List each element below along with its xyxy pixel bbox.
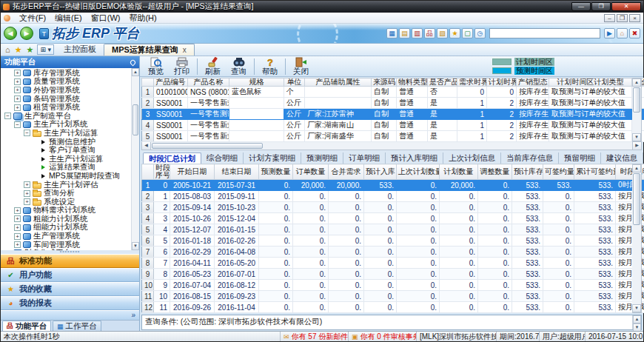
grid-cell[interactable]: 按库存生产	[517, 109, 549, 120]
mdi-close-button[interactable]: ×	[629, 14, 640, 22]
grid-cell[interactable]: 0.	[478, 224, 512, 235]
grid-cell[interactable]: 2016-09-23	[215, 291, 259, 302]
grid-cell[interactable]: 按库存生产	[517, 87, 549, 98]
grid-cell[interactable]: 2015-12-04	[215, 213, 259, 224]
status-audit[interactable]: ▣ 你有 0 件审核事务!	[349, 332, 417, 341]
grid-cell[interactable]: 2005-10-21	[170, 180, 215, 191]
expand-toggle-icon[interactable]: +	[24, 190, 30, 197]
grid-cell[interactable]: 2016-04-08	[215, 247, 259, 258]
grid-cell[interactable]: 0.	[440, 291, 478, 302]
grid-cell[interactable]: 4	[142, 120, 154, 131]
detail-tab-时段汇总计划[interactable]: 时段汇总计划	[143, 152, 201, 164]
grid-cell[interactable]: 普通	[397, 87, 428, 98]
column-header[interactable]: 预测数量	[259, 164, 293, 180]
grid-cell[interactable]: 0.	[478, 269, 512, 280]
sidebar-button-用户功能[interactable]: ✔用户功能	[1, 268, 139, 282]
grid-cell[interactable]: 0.	[329, 302, 364, 313]
expand-toggle-icon[interactable]: +	[14, 224, 21, 231]
grid-cell[interactable]: 2	[487, 109, 517, 120]
grid-cell[interactable]: 0	[154, 180, 170, 191]
table-row[interactable]: 10100100050000NGS (080010005蓝色鼠标个自制普通否00…	[142, 87, 644, 98]
grid-cell[interactable]: 8	[142, 258, 154, 269]
grid-cell[interactable]: 0.	[397, 213, 440, 224]
grid-cell[interactable]: 0.	[259, 247, 293, 258]
grid-cell[interactable]: SS0001	[154, 120, 188, 131]
grid-cell[interactable]: 0.	[478, 302, 512, 313]
scroll-down-icon[interactable]: ▼	[632, 133, 641, 141]
grid-cell[interactable]: 2015-09-14	[170, 202, 215, 213]
scroll-thumb[interactable]	[633, 87, 640, 113]
table-row[interactable]: 5SS0001一号零售新式公斤厂家:河南盛华自制普通是12按库存生产取预测与订单…	[142, 131, 644, 142]
grid-cell[interactable]: 0.	[329, 191, 364, 202]
grid-cell[interactable]: 0.	[478, 291, 512, 302]
minimize-button[interactable]: —	[571, 2, 591, 11]
grid-cell[interactable]: 公斤	[284, 131, 305, 142]
grid-cell[interactable]: 2016-08-12	[215, 280, 259, 291]
grid-cell[interactable]: 20,000.	[293, 180, 329, 191]
close-view-button[interactable]: 关闭	[288, 57, 314, 76]
grid-cell[interactable]: 0.	[397, 235, 440, 247]
table-row[interactable]: 4SS0001一号零售新式公斤厂家:湖南南山自制普通是12按库存生产取预测与订单…	[142, 120, 644, 131]
menu-edit[interactable]: 编辑(E)	[50, 13, 87, 24]
bottom-tab-工作平台[interactable]: ▦工作平台	[53, 321, 101, 331]
grid-cell[interactable]: 厂家:河南盛华	[305, 131, 372, 142]
quick-search-input[interactable]	[489, 28, 600, 38]
grid-cell[interactable]: 2016-11-04	[215, 302, 259, 313]
grid-cell[interactable]: 3	[154, 213, 170, 224]
grid-cell[interactable]: 0.	[364, 291, 397, 302]
grid-cell[interactable]: 2015-10-23	[215, 202, 259, 213]
tab-main-dashboard[interactable]: 主控面板	[56, 44, 104, 56]
tree-scrollbar[interactable]: ▲ ▼	[131, 68, 139, 250]
column-header[interactable]: 时段序号	[154, 164, 170, 180]
column-header[interactable]: 物料类型	[397, 78, 428, 87]
grid-cell[interactable]: 1	[154, 191, 170, 202]
grid-cell[interactable]: 533.	[512, 269, 543, 280]
grid-cell[interactable]: 一号零售新式	[188, 120, 229, 131]
print-button[interactable]: 打印	[169, 57, 195, 76]
grid-cell[interactable]: 1	[457, 109, 487, 120]
grid-cell[interactable]: SS0001	[154, 131, 188, 142]
monitor-icon[interactable]: ▢	[462, 28, 473, 38]
grid-cell[interactable]: 20,000.	[440, 180, 478, 191]
table-row[interactable]: 102005-10-212015-07-310.20,000.20,000.53…	[142, 180, 644, 191]
grid-cell[interactable]: 一号零售测试	[188, 109, 229, 120]
grid-cell[interactable]: 取预测与订单的较大值	[549, 120, 632, 131]
grid-cell[interactable]: 1	[142, 180, 154, 191]
grid-cell[interactable]: 0	[487, 87, 517, 98]
grid-cell[interactable]: 533.	[574, 302, 616, 313]
column-header[interactable]: 累计可签约量	[574, 164, 616, 180]
grid-cell[interactable]: 0.	[397, 302, 440, 313]
column-header[interactable]: 上次计划数量	[397, 164, 440, 180]
grid-cell[interactable]: 2016-05-20	[215, 258, 259, 269]
detail-tab-计划方案明细[interactable]: 计划方案明细	[244, 152, 301, 164]
grid-cell[interactable]: 0.	[397, 280, 440, 291]
grid-cell[interactable]: 0.	[397, 224, 440, 235]
column-header[interactable]: 订单数量	[293, 164, 329, 180]
grid-cell[interactable]: 9	[154, 280, 170, 291]
status-mail[interactable]: ✉ 你有 57 份新邮件!	[281, 332, 349, 341]
grid-cell[interactable]: 0.	[293, 202, 329, 213]
grid-cell[interactable]: 公斤	[284, 98, 305, 109]
sidebar-button-我的收藏[interactable]: ★我的收藏	[1, 282, 139, 296]
grid-cell[interactable]: 自制	[372, 98, 397, 109]
grid-cell[interactable]: 0.	[259, 235, 293, 247]
detail-tab-当前库存信息[interactable]: 当前库存信息	[501, 152, 559, 164]
grid-cell[interactable]: 1	[142, 87, 154, 98]
column-header[interactable]	[142, 164, 154, 180]
grid-cell[interactable]: 2016-07-04	[170, 280, 215, 291]
grid-cell[interactable]: 3	[142, 109, 154, 120]
mdi-minimize-button[interactable]: –	[604, 14, 615, 22]
table-row[interactable]: 872016-04-112016-05-200.0.0.0.0.0.0.533.…	[142, 258, 644, 269]
grid-cell[interactable]: 1	[457, 120, 487, 131]
clock-icon[interactable]: ◷	[474, 28, 486, 38]
grid-cell[interactable]: 3	[142, 202, 154, 213]
grid-cell[interactable]: 0.	[397, 258, 440, 269]
grid-cell[interactable]: 0.	[543, 291, 574, 302]
grid-cell[interactable]: 0.	[259, 302, 293, 313]
grid-cell[interactable]: 0.	[329, 213, 364, 224]
grid-cell[interactable]: 0.	[543, 213, 574, 224]
expand-toggle-icon[interactable]: +	[14, 95, 21, 102]
grid-cell[interactable]: 0.	[478, 191, 512, 202]
grid-cell[interactable]: 0.	[364, 202, 397, 213]
grid-cell[interactable]: 2015-12-07	[170, 224, 215, 235]
